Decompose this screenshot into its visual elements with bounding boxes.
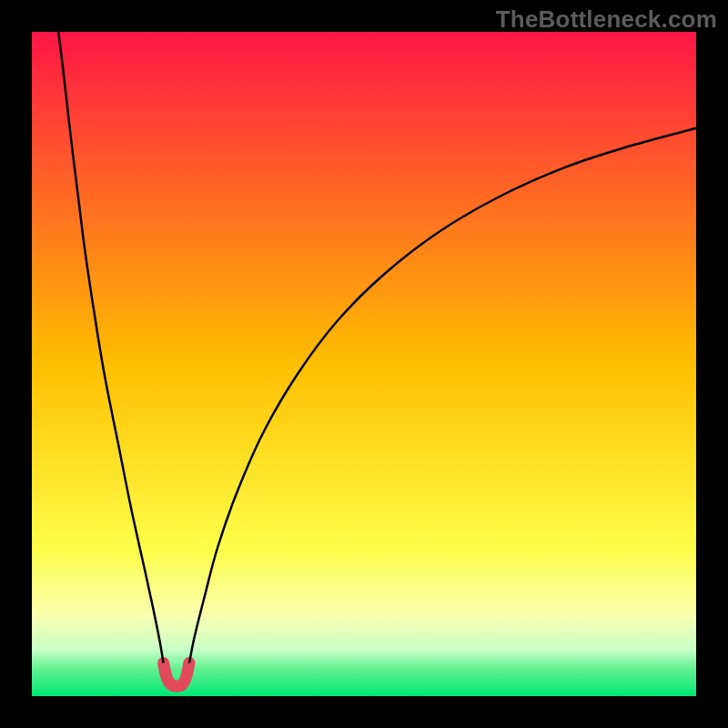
chart-frame: TheBottleneck.com [0,0,728,728]
watermark-text: TheBottleneck.com [496,5,717,34]
chart-background [32,32,696,696]
chart-svg [32,32,696,696]
chart-plot-area [32,32,696,696]
